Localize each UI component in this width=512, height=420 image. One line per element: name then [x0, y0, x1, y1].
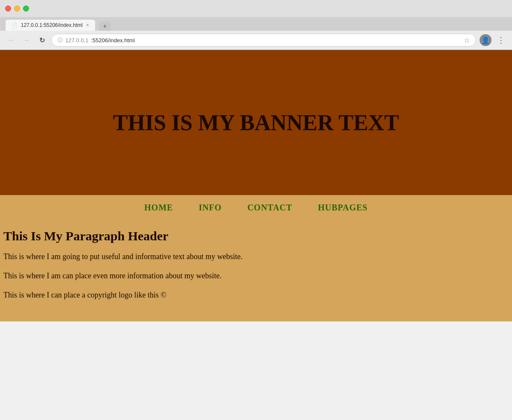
reload-button[interactable]: ↻ [36, 34, 48, 46]
minimize-button[interactable] [14, 6, 20, 12]
forward-button[interactable]: → [20, 34, 32, 46]
paragraph-2: This is where I am can place even more i… [3, 270, 509, 282]
paragraph-header: This Is My Paragraph Header [3, 229, 509, 243]
tab-bar: 📄 127.0.0.1:55206/index.html × + [0, 17, 512, 31]
paragraph-1: This is where I am going to put useful a… [3, 251, 509, 262]
address-bar: ← → ↻ ⓘ 127.0.0.1 :55206/index.html ☆ 👤 … [0, 31, 512, 50]
nav-contact-link[interactable]: CONTACT [247, 203, 293, 213]
tab-close-button[interactable]: × [86, 22, 89, 28]
nav-info-link[interactable]: INFO [199, 203, 222, 213]
user-avatar-icon: 👤 [481, 36, 490, 44]
website-content: THIS IS MY BANNER TEXT HOME INFO CONTACT… [0, 50, 512, 321]
browser-chrome: 📄 127.0.0.1:55206/index.html × + ← → ↻ ⓘ… [0, 0, 512, 50]
main-content-area: This Is My Paragraph Header This is wher… [0, 220, 512, 321]
nav-hubpages-link[interactable]: HUBPAGES [318, 203, 368, 213]
user-account-icon[interactable]: 👤 [480, 34, 492, 46]
banner-heading: THIS IS MY BANNER TEXT [113, 110, 399, 135]
nav-home-link[interactable]: HOME [144, 203, 173, 213]
tab-page-icon: 📄 [12, 23, 17, 28]
new-tab-button[interactable]: + [99, 21, 111, 31]
tab-title: 127.0.0.1:55206/index.html [21, 22, 83, 28]
traffic-lights [5, 6, 29, 12]
url-protocol: 127.0.0.1 [65, 37, 88, 44]
url-bar[interactable]: ⓘ 127.0.0.1 :55206/index.html ☆ [51, 34, 476, 47]
banner-section: THIS IS MY BANNER TEXT [0, 50, 512, 195]
paragraph-3: This is where I can place a copyright lo… [3, 289, 509, 301]
title-bar [0, 0, 512, 17]
browser-menu-button[interactable]: ⋮ [495, 34, 507, 46]
maximize-button[interactable] [23, 6, 29, 12]
close-button[interactable] [5, 6, 11, 12]
url-path: :55206/index.html [91, 37, 135, 44]
url-security-icon: ⓘ [58, 37, 63, 44]
bookmark-icon[interactable]: ☆ [464, 36, 470, 44]
navigation-bar: HOME INFO CONTACT HUBPAGES [0, 195, 512, 220]
active-tab[interactable]: 📄 127.0.0.1:55206/index.html × [5, 19, 96, 31]
back-button[interactable]: ← [5, 34, 17, 46]
